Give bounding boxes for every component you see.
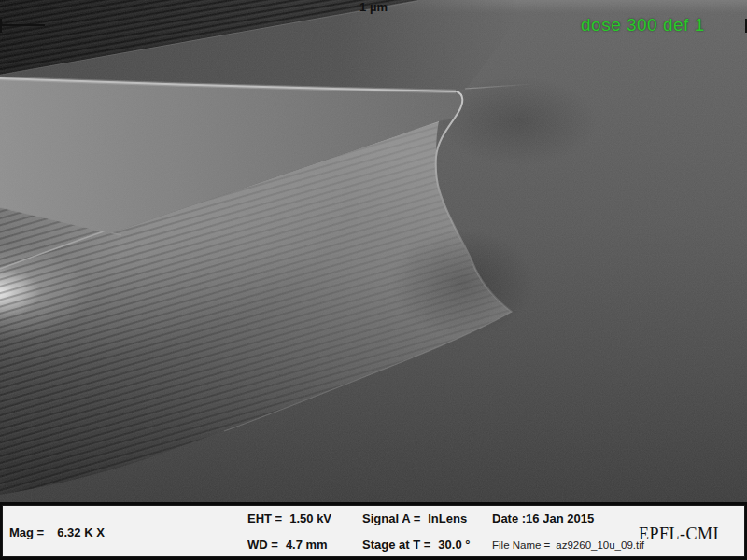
stage-tilt-readout: Stage at T =30.0 ° <box>362 539 470 552</box>
stage-label: Stage at T = <box>362 538 430 552</box>
scale-bar-label: 1 µm <box>0 0 747 14</box>
wd-value: 4.7 mm <box>286 538 328 552</box>
signal-label: Signal A = <box>362 511 420 525</box>
eht-label: EHT = <box>247 511 282 525</box>
sem-capture-screen: dose 300 def 1 Mag =6.32 K X 1 µm EHT =1… <box>0 0 747 560</box>
dose-annotation: dose 300 def 1 <box>581 15 705 35</box>
wd-readout: WD =4.7 mm <box>247 539 328 552</box>
lab-watermark: EPFL-CMI <box>639 525 719 544</box>
signal-value: InLens <box>428 511 467 525</box>
file-name-label: File Name = <box>492 539 550 551</box>
file-name-value: az9260_10u_09.tif <box>556 539 644 551</box>
stage-value: 30.0 ° <box>438 538 470 552</box>
scale-bar-line <box>0 24 45 26</box>
wd-label: WD = <box>247 538 278 552</box>
file-name-readout: File Name =az9260_10u_09.tif <box>492 539 644 552</box>
sem-micrograph <box>0 0 747 502</box>
eht-value: 1.50 kV <box>289 511 331 525</box>
signal-readout: Signal A =InLens <box>362 512 467 525</box>
date-readout: Date :16 Jan 2015 <box>492 512 594 525</box>
mag-label: Mag = <box>9 525 44 539</box>
magnification-readout: Mag =6.32 K X <box>9 526 105 539</box>
mag-value: 6.32 K X <box>57 525 105 539</box>
sem-noise-overlay <box>0 0 747 502</box>
eht-readout: EHT =1.50 kV <box>247 512 331 525</box>
